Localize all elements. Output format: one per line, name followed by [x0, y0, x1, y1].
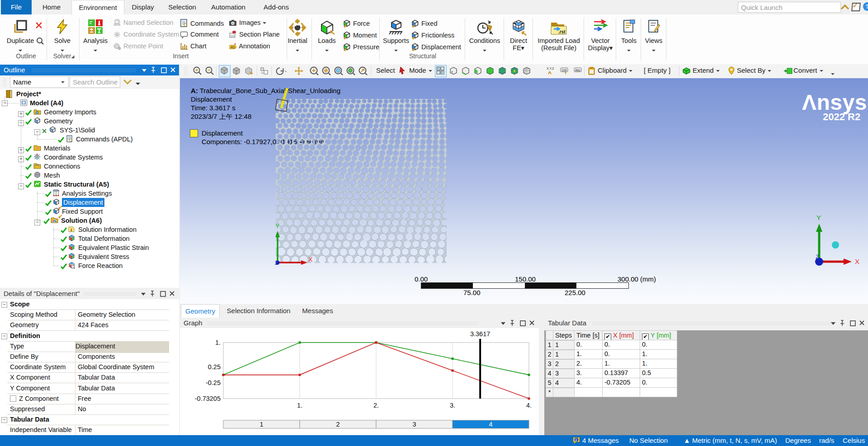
svg-text:Y: Y [816, 214, 821, 221]
svg-text:2.: 2. [373, 402, 379, 409]
svg-text:.rst: .rst [558, 29, 566, 34]
svg-text:X: X [308, 256, 313, 263]
svg-text:4.: 4. [526, 402, 532, 409]
svg-text:Z: Z [275, 259, 278, 266]
svg-text:Z: Z [816, 254, 819, 260]
svg-text:i: i [576, 438, 577, 442]
svg-text:1.: 1. [215, 339, 221, 346]
svg-text:X,Y,Z: X,Y,Z [547, 67, 554, 70]
svg-text:C: C [69, 138, 72, 142]
svg-text:4: 4 [489, 421, 492, 428]
svg-text:3.: 3. [450, 402, 455, 409]
svg-text:1.: 1. [297, 402, 302, 409]
svg-text:C: C [184, 22, 187, 28]
svg-text:3.3617: 3.3617 [470, 330, 490, 338]
svg-text:100: 100 [561, 69, 567, 72]
svg-text:-0.25: -0.25 [206, 379, 221, 386]
svg-text:3: 3 [412, 421, 416, 428]
svg-text:i: i [71, 228, 72, 232]
svg-text:-0.73205: -0.73205 [195, 395, 221, 402]
svg-text:0.25: 0.25 [208, 363, 221, 371]
svg-text:X: X [855, 258, 859, 265]
svg-text:Abc: Abc [575, 69, 581, 72]
svg-text:1: 1 [259, 421, 263, 428]
svg-text:Y: Y [275, 222, 280, 230]
svg-text:2: 2 [336, 421, 340, 428]
svg-text:AD: AD [231, 46, 235, 49]
